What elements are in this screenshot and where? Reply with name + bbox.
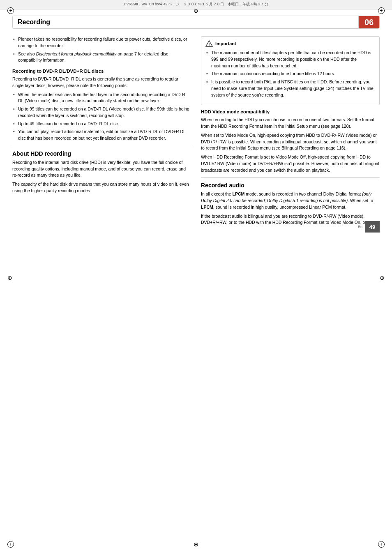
list-item: Up to 99 titles can be recorded on a DVD…: [12, 106, 191, 119]
list-item: The maximum number of titles/chapters pe…: [205, 50, 375, 69]
about-hdd-body1: Recording to the internal hard disk driv…: [12, 159, 191, 179]
page-number: 49: [365, 221, 380, 233]
recorded-audio-body1: In all except the LPCM mode, sound is re…: [201, 191, 380, 210]
important-bullets: The maximum number of titles/chapters pe…: [205, 50, 375, 98]
page-lang: En: [358, 225, 362, 229]
chapter-title: Recording: [18, 18, 353, 26]
dvd-r-section-heading: Recording to DVD-R DL/DVD+R DL discs: [12, 69, 191, 74]
important-label: Important: [215, 41, 236, 46]
dvd-r-bullets: When the recorder switches from the firs…: [12, 92, 191, 142]
list-item: Up to 49 titles can be recorded on a DVD…: [12, 121, 191, 127]
important-heading: ! Important: [205, 40, 375, 47]
list-item: See also Disc/content format playback co…: [12, 51, 191, 64]
section-divider: [12, 146, 191, 146]
list-item: Pioneer takes no responsibility for reco…: [12, 36, 191, 49]
right-column: ! Important The maximum number of titles…: [201, 36, 380, 228]
file-info-strip: DVR550H_WV_EN.book 49 ページ ２００６年１２月２８日 木曜…: [0, 0, 392, 9]
list-item: It is possible to record both PAL and NT…: [205, 79, 375, 98]
recorded-audio-heading: Recorded audio: [201, 182, 380, 189]
chapter-number: 06: [359, 16, 379, 28]
important-box: ! Important The maximum number of titles…: [201, 36, 380, 105]
section-divider-2: [201, 177, 380, 178]
two-column-layout: Pioneer takes no responsibility for reco…: [12, 36, 380, 228]
hdd-video-body1: When recording to the HDD you can choose…: [201, 117, 380, 130]
hdd-video-body2: When set to Video Mode On, high-speed co…: [201, 132, 380, 152]
left-column: Pioneer takes no responsibility for reco…: [12, 36, 191, 228]
chapter-title-box: Recording: [13, 16, 359, 28]
about-hdd-body2: The capacity of the hard disk drive mean…: [12, 181, 191, 194]
list-item: You cannot play, record additional mater…: [12, 129, 191, 142]
svg-text:!: !: [209, 42, 210, 46]
page-number-area: En 49: [358, 221, 380, 233]
recorded-audio-body2: If the broadcast audio is bilingual and …: [201, 213, 380, 226]
list-item: The maximum continuous recording time fo…: [205, 71, 375, 77]
warning-icon: !: [205, 40, 213, 47]
list-item: When the recorder switches from the firs…: [12, 92, 191, 105]
chapter-header: Recording 06: [12, 16, 380, 29]
dvd-r-body: Recording to DVD-R DL/DVD+R DL discs is …: [12, 76, 191, 89]
about-hdd-heading: About HDD recording: [12, 150, 191, 157]
hdd-video-heading: HDD Video mode compatibility: [201, 109, 380, 114]
hdd-video-body3: When HDD Recording Format is set to Vide…: [201, 154, 380, 173]
intro-bullets: Pioneer takes no responsibility for reco…: [12, 36, 191, 64]
file-info-text: DVR550H_WV_EN.book 49 ページ ２００６年１２月２８日 木曜…: [124, 2, 268, 7]
